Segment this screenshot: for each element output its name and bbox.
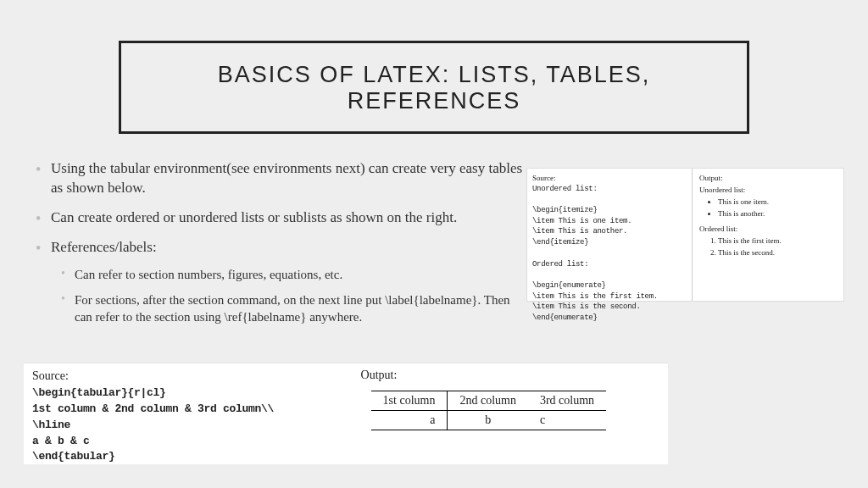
tabular-output-label: Output: <box>361 369 659 382</box>
ordered-list: This is the first item. This is the seco… <box>718 236 837 257</box>
slide-title-box: BASICS OF LATEX: LISTS, TABLES, REFERENC… <box>119 41 749 134</box>
src-line: \item This is one item. <box>532 217 632 225</box>
ordered-label: Ordered list: <box>699 225 837 233</box>
src-line: \begin{enumerate} <box>532 281 606 290</box>
src-line: \item This is the first item. <box>532 292 658 301</box>
src-line: 1st column & 2nd column & 3rd column\\ <box>32 402 274 415</box>
src-line: \end{tabular} <box>32 450 115 463</box>
cell: c <box>528 411 606 430</box>
lists-example-panel: Source: Unordered list: \begin{itemize} … <box>526 168 844 302</box>
src-line: a & b & c <box>32 435 90 447</box>
src-line: \end{itemize} <box>532 238 588 247</box>
table-row: 1st column 2nd column 3rd column <box>371 391 607 411</box>
src-line: Ordered list: <box>532 260 588 269</box>
cell: 2nd column <box>448 391 528 411</box>
body-bullets: Using the tabular environment(see enviro… <box>34 159 526 336</box>
bullet-1: Using the tabular environment(see enviro… <box>34 159 526 198</box>
bullet-3-text: References/labels: <box>51 239 157 255</box>
tabular-example-panel: Source: \begin{tabular}{r|cl} 1st column… <box>24 363 668 464</box>
src-line: \item This is the second. <box>532 302 641 311</box>
list-item: This is the second. <box>718 248 837 257</box>
table-row: a b c <box>371 411 607 430</box>
unordered-list: This is one item. This is another. <box>718 197 837 218</box>
src-line: \hline <box>32 419 70 431</box>
bullet-2: Can create ordered or unordered lists or… <box>34 208 526 228</box>
tabular-source-label: Source: <box>32 369 69 382</box>
lists-source-column: Source: Unordered list: \begin{itemize} … <box>527 169 692 301</box>
src-line: \end{enumerate} <box>532 313 598 322</box>
output-table: 1st column 2nd column 3rd column a b c <box>371 391 607 430</box>
bullet-3: References/labels: Can refer to section … <box>34 238 526 326</box>
src-line: \begin{itemize} <box>532 206 598 214</box>
cell: a <box>371 411 448 430</box>
src-line: Unordered list: <box>532 185 598 193</box>
lists-source-label: Source: <box>532 174 556 182</box>
cell: 3rd column <box>528 391 606 411</box>
unordered-label: Unordered list: <box>699 186 837 194</box>
src-line: \item This is another. <box>532 227 627 236</box>
cell: b <box>448 411 528 430</box>
slide-title: BASICS OF LATEX: LISTS, TABLES, REFERENC… <box>138 62 730 114</box>
list-item: This is the first item. <box>718 236 837 245</box>
lists-output-label: Output: <box>699 174 837 182</box>
tabular-output-column: Output: 1st column 2nd column 3rd column… <box>353 363 668 464</box>
tabular-source-column: Source: \begin{tabular}{r|cl} 1st column… <box>24 363 353 464</box>
bullet-3a: Can refer to section numbers, figures, e… <box>51 266 526 283</box>
list-item: This is one item. <box>718 197 837 206</box>
bullet-3b: For sections, after the section command,… <box>51 291 526 326</box>
src-line: \begin{tabular}{r|cl} <box>32 386 166 399</box>
list-item: This is another. <box>718 209 837 218</box>
cell: 1st column <box>371 391 448 411</box>
lists-output-column: Output: Unordered list: This is one item… <box>692 169 843 301</box>
